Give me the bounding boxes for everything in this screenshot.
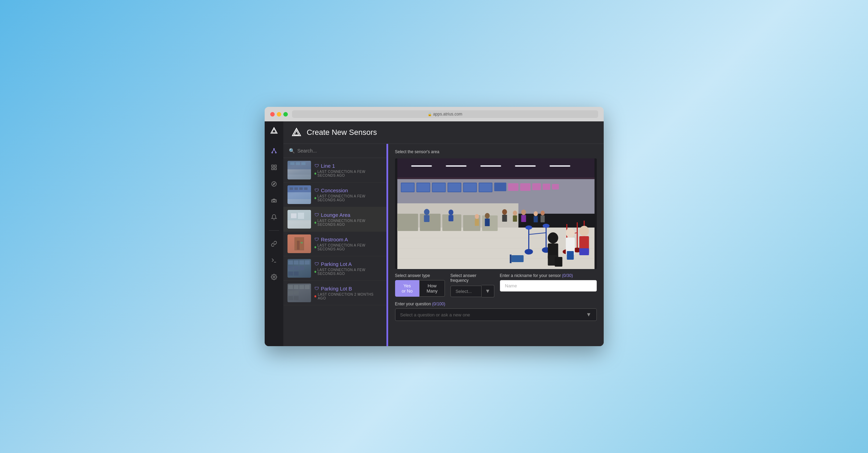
svg-point-128 [533,211,538,216]
svg-point-102 [542,224,549,228]
svg-point-124 [513,211,517,215]
sensor-thumbnail-restroom [287,234,311,253]
sensor-info-concession: 🛡 Concession LAST CONNECTION A FEW SECON… [314,187,382,202]
browser-titlebar: 🔒 apps.atrius.com [265,107,604,121]
sensor-item-restroom[interactable]: 🛡 Restroom A LAST CONNECTION A FEW SECON… [283,232,386,256]
frequency-display[interactable]: Select... [450,286,482,297]
shield-icon-restroom: 🛡 [314,237,319,242]
frequency-group: Select answer frequency Select... ▼ [450,273,494,297]
shield-icon-lounge: 🛡 [314,212,319,218]
svg-rect-46 [299,266,304,270]
shield-icon-parking-a: 🛡 [314,261,319,267]
url-bar[interactable]: 🔒 apps.atrius.com [292,110,598,118]
nickname-input[interactable] [500,280,597,292]
svg-rect-84 [508,183,518,191]
sensor-item-concession[interactable]: 🛡 Concession LAST CONNECTION A FEW SECON… [283,183,386,207]
svg-rect-89 [397,214,418,231]
question-count: (0/100) [432,302,445,306]
svg-rect-16 [287,169,311,175]
answer-type-buttons: Yes or No How Many [395,280,445,297]
sidebar-item-camera[interactable] [269,196,279,205]
sidebar-item-link[interactable] [269,239,279,249]
svg-rect-20 [296,162,300,165]
sidebar-item-settings[interactable] [269,272,279,282]
svg-rect-52 [299,285,304,289]
question-row: Enter your question (0/100) Select a que… [395,302,597,321]
svg-line-3 [272,149,274,152]
sidebar-item-terminal[interactable] [269,256,279,265]
svg-rect-43 [305,260,310,265]
sensor-name-lounge: 🛡 Lounge Area [314,212,382,218]
svg-rect-27 [299,187,303,190]
svg-point-100 [524,249,533,255]
page-header: Create New Sensors [283,121,604,144]
svg-rect-5 [272,165,273,167]
area-label: Select the sensor's area [395,149,597,154]
svg-rect-83 [494,183,506,191]
question-dropdown-arrow[interactable]: ▼ [586,312,592,318]
svg-rect-23 [287,192,311,199]
answer-btn-yes-or-no[interactable]: Yes or No [395,280,420,297]
connection-dot-concession [314,197,316,199]
connection-dot-parking-a [314,271,316,273]
svg-rect-26 [294,187,298,190]
sensor-item-parking-b[interactable]: 🛡 Parking Lot B LAST CONNECTION 2 MONTHS… [283,281,386,305]
search-icon: 🔍 [289,148,295,154]
maximize-button[interactable] [283,112,288,117]
sensor-info-parking-b: 🛡 Parking Lot B LAST CONNECTION 2 MONTHS… [314,286,382,300]
sensor-name-parking-b: 🛡 Parking Lot B [314,286,382,292]
sidebar-item-grid[interactable] [269,163,279,172]
question-input-container[interactable]: Select a question or ask a new one ▼ [395,308,597,321]
sidebar [265,121,283,346]
svg-rect-72 [401,183,414,192]
sensor-name-restroom: 🛡 Restroom A [314,237,382,242]
svg-rect-54 [288,290,293,295]
svg-point-126 [521,210,526,215]
svg-rect-40 [288,260,293,265]
sensor-thumbnail-parking-b [287,284,311,302]
close-button[interactable] [270,112,275,117]
svg-rect-51 [294,285,299,289]
page-title: Create New Sensors [307,128,377,137]
svg-rect-56 [288,296,293,300]
frequency-arrow[interactable]: ▼ [482,285,494,297]
sensor-connection-concession: LAST CONNECTION A FEW SECONDS AGO [314,194,382,202]
minimize-button[interactable] [277,112,281,117]
svg-point-94 [424,209,429,215]
sensor-thumbnail-parking-a [287,259,311,278]
svg-point-116 [566,228,575,238]
svg-rect-133 [510,255,511,263]
svg-point-2 [275,152,276,153]
svg-rect-30 [287,220,311,229]
answer-btn-how-many[interactable]: How Many [419,280,445,297]
sidebar-item-bell[interactable] [269,212,279,222]
nickname-count: (0/30) [562,273,573,278]
sidebar-item-network[interactable] [269,146,279,156]
sensor-item-lounge[interactable]: 🛡 Lounge Area LAST CONNECTION A FEW SECO… [283,207,386,232]
search-box[interactable]: 🔍 Search... [289,148,381,154]
sensor-connection-parking-a: LAST CONNECTION A FEW SECONDS AGO [314,268,382,276]
svg-point-12 [273,276,275,278]
svg-rect-67 [446,165,466,167]
sensor-list-panel: 🔍 Search... [283,144,387,346]
svg-point-130 [540,211,545,215]
svg-rect-42 [299,260,304,265]
svg-line-4 [274,149,276,152]
sensor-item-parking-a[interactable]: 🛡 Parking Lot A LAST CONNECTION A FEW SE… [283,256,386,281]
svg-rect-132 [511,255,523,262]
frequency-label: Select answer frequency [450,273,494,283]
sensor-item-line1[interactable]: 🛡 Line 1 LAST CONNECTION A FEW SECONDS A… [283,158,386,183]
svg-rect-135 [475,219,479,226]
sensor-list: 🛡 Line 1 LAST CONNECTION A FEW SECONDS A… [283,158,386,305]
sidebar-divider [269,230,279,231]
sensor-info-line1: 🛡 Line 1 LAST CONNECTION A FEW SECONDS A… [314,163,382,177]
svg-rect-6 [274,165,276,167]
sidebar-item-compass[interactable] [269,179,279,189]
svg-rect-7 [272,168,273,170]
svg-rect-28 [304,187,308,190]
svg-rect-95 [424,215,429,222]
svg-point-1 [272,152,273,153]
sensor-info-restroom: 🛡 Restroom A LAST CONNECTION A FEW SECON… [314,237,382,251]
svg-rect-53 [305,285,310,289]
sensor-info-lounge: 🛡 Lounge Area LAST CONNECTION A FEW SECO… [314,212,382,226]
